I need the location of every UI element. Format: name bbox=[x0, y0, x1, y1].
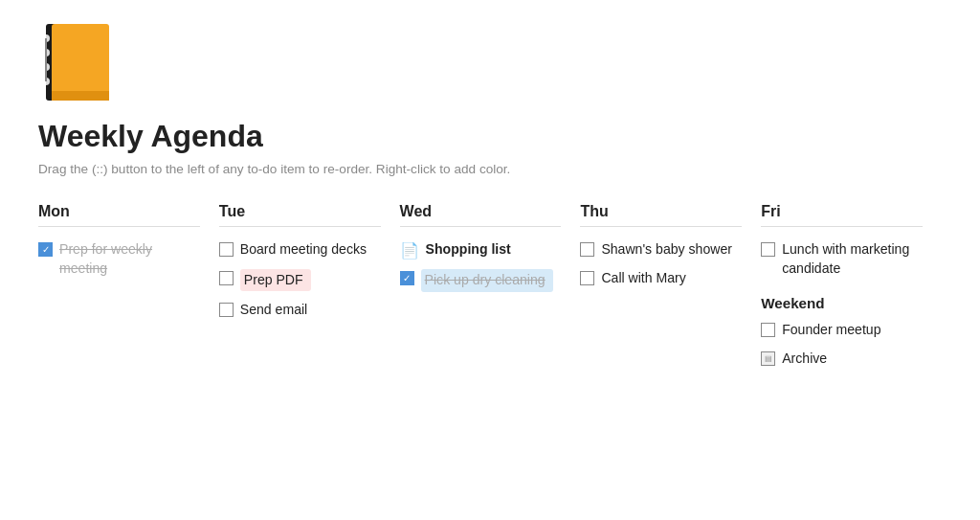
task-text: Board meeting decks bbox=[240, 240, 367, 260]
column-header-wed: Wed bbox=[400, 203, 562, 227]
task-text: Call with Mary bbox=[601, 269, 685, 288]
task-checkbox[interactable] bbox=[761, 323, 775, 337]
task-checkbox[interactable] bbox=[219, 271, 234, 285]
file-icon: 📄 bbox=[400, 241, 419, 260]
svg-rect-1 bbox=[52, 24, 109, 101]
task-text: Shopping list bbox=[426, 240, 511, 260]
task-item: 📄 Shopping list bbox=[400, 240, 562, 260]
column-wed: Wed 📄 Shopping list Pick up dry cleaning bbox=[400, 203, 581, 302]
task-item: Pick up dry cleaning bbox=[400, 269, 562, 292]
archive-task-item: ▤ Archive bbox=[761, 350, 923, 369]
archive-label: Archive bbox=[782, 350, 827, 369]
task-text: Prep PDF bbox=[240, 269, 311, 292]
column-header-thu: Thu bbox=[580, 203, 742, 227]
columns-container: Mon Prep for weekly meeting Tue Board me… bbox=[38, 203, 942, 378]
column-header-mon: Mon bbox=[38, 203, 200, 227]
task-checkbox[interactable] bbox=[580, 242, 594, 257]
task-text: Founder meetup bbox=[782, 321, 880, 340]
task-checkbox[interactable] bbox=[38, 242, 53, 257]
task-item: Founder meetup bbox=[761, 321, 923, 340]
task-item: Prep for weekly meeting bbox=[38, 240, 200, 278]
task-text: Prep for weekly meeting bbox=[59, 240, 200, 278]
task-text: Send email bbox=[240, 301, 307, 320]
column-header-fri: Fri bbox=[761, 203, 923, 227]
task-checkbox[interactable] bbox=[219, 303, 234, 317]
task-checkbox[interactable] bbox=[400, 271, 414, 285]
task-checkbox[interactable] bbox=[761, 242, 775, 257]
weekend-subheader: Weekend bbox=[761, 295, 923, 311]
column-header-tue: Tue bbox=[219, 203, 381, 227]
task-item: Lunch with marketing candidate bbox=[761, 240, 923, 278]
archive-icon: ▤ bbox=[761, 351, 775, 366]
notebook-icon bbox=[38, 19, 942, 119]
task-text: Lunch with marketing candidate bbox=[782, 240, 923, 278]
task-checkbox[interactable] bbox=[219, 242, 234, 257]
column-thu: Thu Shawn's baby shower Call with Mary bbox=[580, 203, 761, 297]
task-text: Shawn's baby shower bbox=[601, 240, 732, 260]
page-title: Weekly Agenda bbox=[38, 119, 942, 154]
task-item: Prep PDF bbox=[219, 269, 381, 292]
task-checkbox[interactable] bbox=[580, 271, 594, 285]
task-item: Send email bbox=[219, 301, 381, 320]
task-item: Call with Mary bbox=[580, 269, 742, 288]
task-text: Pick up dry cleaning bbox=[421, 269, 553, 292]
column-fri: Fri Lunch with marketing candidate Weeke… bbox=[761, 203, 942, 378]
page-subtitle: Drag the (::) button to the left of any … bbox=[38, 162, 942, 176]
column-mon: Mon Prep for weekly meeting bbox=[38, 203, 219, 287]
column-tue: Tue Board meeting decks Prep PDF Send em… bbox=[219, 203, 400, 329]
svg-rect-2 bbox=[52, 91, 109, 101]
task-item: Board meeting decks bbox=[219, 240, 381, 260]
task-item: Shawn's baby shower bbox=[580, 240, 742, 260]
